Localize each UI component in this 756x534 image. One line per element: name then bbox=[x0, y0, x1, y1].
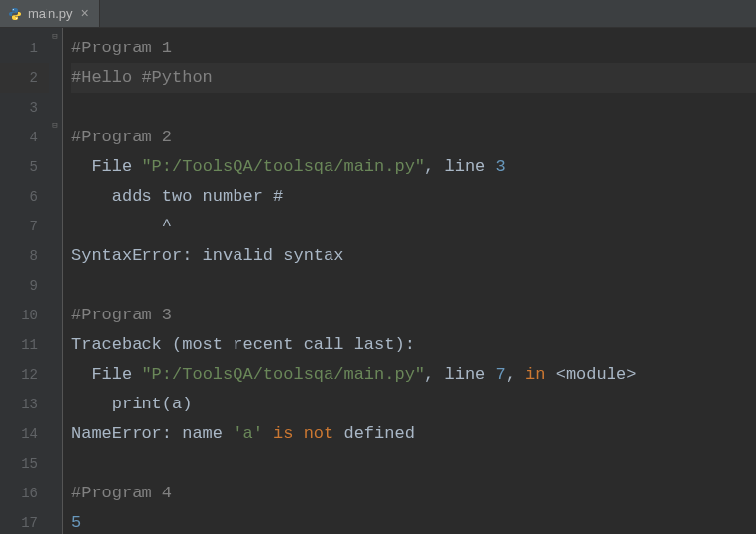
code-line: File "P:/ToolsQA/toolsqa/main.py", line … bbox=[71, 152, 756, 182]
code-line: print(a) bbox=[71, 390, 756, 419]
code-line: #Hello #Python bbox=[71, 63, 756, 93]
code-line: #Program 2 bbox=[71, 123, 756, 152]
line-number: 14 bbox=[0, 419, 49, 449]
line-number: 2 bbox=[0, 63, 49, 93]
line-number: 11 bbox=[0, 330, 49, 360]
code-line: #Program 1 bbox=[71, 34, 756, 63]
svg-point-0 bbox=[13, 9, 14, 10]
code-line: ^ bbox=[71, 212, 756, 241]
code-line: #Program 3 bbox=[71, 301, 756, 330]
code-line: 5 bbox=[71, 508, 756, 534]
line-number: 4 bbox=[0, 123, 49, 152]
fold-indicator-icon[interactable]: ⊟ bbox=[50, 32, 60, 42]
python-file-icon bbox=[8, 7, 22, 21]
code-line: adds two number # bbox=[71, 182, 756, 212]
code-line bbox=[71, 93, 756, 123]
close-icon[interactable]: × bbox=[79, 6, 91, 22]
code-line: File "P:/ToolsQA/toolsqa/main.py", line … bbox=[71, 360, 756, 390]
file-tab-main-py[interactable]: main.py × bbox=[0, 0, 100, 27]
code-editor[interactable]: 1 2 3 4 5 6 7 8 9 10 11 12 13 14 15 16 1… bbox=[0, 28, 756, 534]
line-number: 12 bbox=[0, 360, 49, 390]
line-number: 15 bbox=[0, 449, 49, 479]
code-line bbox=[71, 449, 756, 479]
svg-point-1 bbox=[16, 17, 17, 18]
line-number-gutter: 1 2 3 4 5 6 7 8 9 10 11 12 13 14 15 16 1… bbox=[0, 28, 49, 534]
code-line: NameError: name 'a' is not defined bbox=[71, 419, 756, 449]
code-line bbox=[71, 271, 756, 301]
line-number: 7 bbox=[0, 212, 49, 241]
code-area[interactable]: #Program 1 #Hello #Python #Program 2 Fil… bbox=[63, 28, 756, 534]
line-number: 16 bbox=[0, 479, 49, 508]
line-number: 8 bbox=[0, 241, 49, 271]
fold-gutter: ⊟ ⊟ bbox=[49, 28, 63, 534]
tab-filename: main.py bbox=[28, 6, 73, 21]
line-number: 9 bbox=[0, 271, 49, 301]
tab-bar: main.py × bbox=[0, 0, 756, 28]
line-number: 5 bbox=[0, 152, 49, 182]
line-number: 10 bbox=[0, 301, 49, 330]
line-number: 6 bbox=[0, 182, 49, 212]
code-line: Traceback (most recent call last): bbox=[71, 330, 756, 360]
fold-indicator-icon[interactable]: ⊟ bbox=[50, 121, 60, 131]
line-number: 13 bbox=[0, 390, 49, 419]
code-line: SyntaxError: invalid syntax bbox=[71, 241, 756, 271]
line-number: 1 bbox=[0, 34, 49, 63]
line-number: 17 bbox=[0, 508, 49, 534]
line-number: 3 bbox=[0, 93, 49, 123]
code-line: #Program 4 bbox=[71, 479, 756, 508]
